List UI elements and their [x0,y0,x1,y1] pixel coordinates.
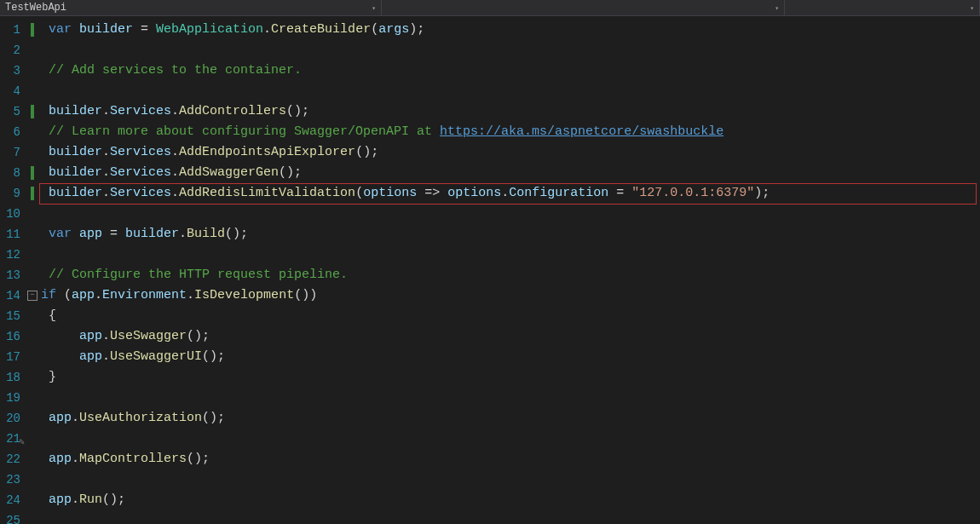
code-line[interactable]: app.Run(); [41,490,980,510]
token: Services [110,165,171,180]
code-line[interactable] [41,81,980,101]
code-line[interactable]: // Add services to the container. [41,60,980,81]
token: Run [79,492,102,507]
code-line[interactable]: if (app.Environment.IsDevelopment()) [41,285,980,306]
token: MapControllers [79,452,187,466]
fold-row [26,429,41,449]
type-dropdown[interactable]: ▾ [382,0,785,15]
token: Services [110,186,171,200]
line-number: 9 [0,183,26,204]
token: UseAuthorization [79,411,202,425]
token: builder [49,186,102,200]
token: . [171,104,179,118]
code-line[interactable]: // Learn more about configuring Swagger/… [41,122,980,142]
token: builder [79,22,133,37]
line-number: 10 [0,204,26,224]
code-line[interactable]: builder.Services.AddControllers(); [41,101,980,122]
token: (); [187,452,210,466]
fold-row [26,265,41,285]
fold-row [26,60,41,81]
code-line[interactable]: app.UseAuthorization(); [41,408,980,429]
fold-row [26,490,41,510]
code-line[interactable] [41,510,980,524]
fold-row [26,306,41,326]
code-area[interactable]: var builder = WebApplication.CreateBuild… [41,16,980,524]
token: (); [286,104,309,118]
change-marker [31,187,34,200]
member-dropdown[interactable]: ▾ [785,0,980,15]
token: app [79,349,102,364]
token: UseSwagger [110,329,187,343]
token: options [447,186,501,200]
fold-row [26,347,41,367]
token: . [102,104,110,118]
token: . [501,186,509,200]
code-line[interactable] [41,40,980,60]
token: . [171,186,179,200]
fold-row [26,224,41,245]
token: ); [409,22,424,37]
line-number: 17 [0,347,26,367]
token: options [363,186,417,200]
token: . [72,492,79,507]
code-line[interactable]: var builder = WebApplication.CreateBuild… [41,20,980,40]
code-line[interactable]: app.UseSwagger(); [41,326,980,347]
token: app [79,227,102,241]
token: app [49,411,72,425]
line-number: 15 [0,306,26,326]
token: builder [125,227,179,241]
token: AddEndpointsApiExplorer [179,145,355,159]
token: ( [355,186,363,200]
token: . [72,452,79,466]
line-number: 20 [0,408,26,429]
token: "127.0.0.1:6379" [631,186,754,200]
token: Services [110,104,171,118]
token: Environment [102,288,187,302]
code-line[interactable]: // Configure the HTTP request pipeline. [41,265,980,285]
code-editor[interactable]: 1234567891011121314151617181920212223242… [0,16,980,524]
token: app [72,288,95,302]
code-line[interactable] [41,245,980,265]
code-line[interactable] [41,204,980,224]
code-line[interactable]: builder.Services.AddRedisLimitValidation… [41,183,980,204]
scope-dropdown[interactable]: TestWebApi ▾ [0,0,382,15]
token: app [49,492,72,507]
token: ( [371,22,378,37]
token: . [102,165,110,180]
line-number: 7 [0,142,26,163]
token: builder [49,165,102,180]
line-number: 25 [0,510,26,524]
navigation-bar: TestWebApi ▾ ▾ ▾ [0,0,980,16]
code-line[interactable]: ✎ [41,429,980,449]
fold-row [26,326,41,347]
token: } [49,370,56,384]
fold-toggle-icon[interactable]: − [27,291,37,301]
scope-label: TestWebApi [5,2,66,14]
code-line[interactable]: builder.Services.AddEndpointsApiExplorer… [41,142,980,163]
token: . [187,288,194,302]
code-line[interactable]: app.UseSwaggerUI(); [41,347,980,367]
token: . [263,22,271,37]
code-line[interactable]: var app = builder.Build(); [41,224,980,245]
token: . [102,349,110,364]
change-marker [31,166,34,180]
token: (); [202,411,225,425]
token: . [102,186,110,200]
code-line[interactable]: { [41,306,980,326]
token: UseSwaggerUI [110,349,202,364]
code-line[interactable]: } [41,367,980,388]
fold-row [26,449,41,469]
token: = [102,227,125,241]
code-line[interactable] [41,388,980,408]
token: . [171,165,179,180]
token: // Configure the HTTP request pipeline. [49,268,348,282]
chevron-down-icon: ▾ [775,4,779,12]
token: . [72,411,79,425]
code-line[interactable]: builder.Services.AddSwaggerGen(); [41,163,980,183]
chevron-down-icon: ▾ [970,4,974,12]
fold-row [26,408,41,429]
code-line[interactable] [41,469,980,490]
token: app [79,329,102,343]
code-line[interactable]: app.MapControllers(); [41,449,980,469]
fold-row [26,81,41,101]
